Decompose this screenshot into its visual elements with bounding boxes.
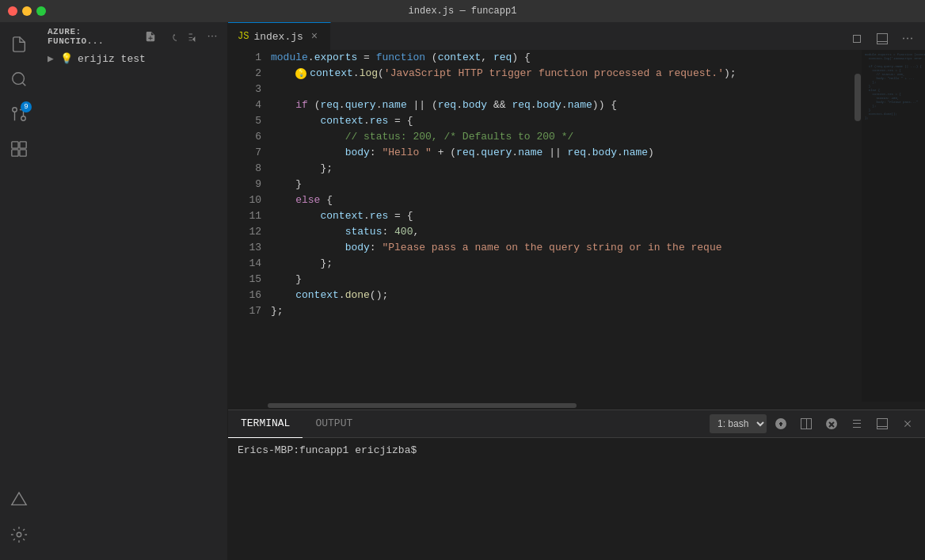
sidebar-actions (142, 28, 221, 45)
source-control-icon[interactable]: 9 (3, 98, 35, 130)
svg-point-2 (21, 116, 26, 121)
svg-point-0 (13, 73, 25, 85)
hint-icon: 💡 (295, 68, 306, 79)
line-numbers: 1 2 3 4 5 6 7 8 9 10 11 12 13 14 15 16 1 (228, 50, 268, 402)
tab-close-button[interactable]: × (308, 30, 321, 43)
code-line-3 (271, 82, 854, 97)
line-num-15: 15 (228, 272, 261, 288)
toggle-panel-terminal-button[interactable] (871, 413, 893, 435)
vertical-scrollbar[interactable] (854, 50, 862, 402)
code-line-7: body: "Hello " + (req.query.name || req.… (271, 145, 854, 161)
line-num-17: 17 (228, 303, 261, 319)
new-file-button[interactable] (142, 28, 159, 45)
collapse-button[interactable] (183, 28, 200, 45)
files-icon[interactable] (3, 29, 35, 60)
code-line-1: module.exports = function (context, req)… (271, 50, 854, 66)
code-line-8: }; (271, 161, 854, 177)
close-button[interactable] (8, 6, 17, 16)
code-line-16: context.done(); (271, 288, 854, 303)
line-num-3: 3 (228, 82, 261, 97)
terminal-section: TERMINAL OUTPUT 1: bash (228, 410, 925, 560)
terminal-tab-output[interactable]: OUTPUT (303, 410, 365, 438)
line-num-5: 5 (228, 113, 261, 129)
js-file-icon: JS (238, 31, 249, 42)
more-tab-actions-button[interactable] (896, 28, 919, 50)
tree-label: erijiz test (78, 53, 146, 65)
split-terminal-button[interactable] (795, 413, 817, 435)
source-control-badge: 9 (21, 101, 32, 112)
scrollbar-thumb[interactable] (855, 74, 861, 121)
shell-selector[interactable]: 1: bash (710, 414, 767, 433)
svg-marker-9 (12, 493, 26, 505)
code-line-5: context.res = { (271, 113, 854, 129)
svg-point-10 (17, 532, 21, 537)
window-title: index.js — funcapp1 (409, 6, 517, 17)
line-num-10: 10 (228, 192, 261, 208)
code-line-2: 💡context.log('JavaScript HTTP trigger fu… (271, 66, 854, 82)
tree-item-erijiz[interactable]: ▶ 💡 erijiz test (38, 50, 227, 67)
maximize-button[interactable] (36, 6, 46, 16)
line-num-2: 2 (228, 66, 261, 82)
code-line-15: } (271, 272, 854, 288)
terminal-tab-actions: 1: bash (703, 413, 925, 435)
horizontal-scrollbar[interactable] (228, 402, 925, 410)
svg-rect-7 (12, 150, 18, 156)
toggle-panel-button[interactable] (871, 28, 893, 50)
code-content[interactable]: module.exports = function (context, req)… (268, 50, 854, 402)
search-icon[interactable] (3, 63, 35, 95)
line-num-8: 8 (228, 161, 261, 177)
kill-terminal-button[interactable] (820, 413, 843, 435)
new-terminal-button[interactable] (770, 413, 792, 435)
more-actions-button[interactable] (204, 28, 221, 45)
code-line-6: // status: 200, /* Defaults to 200 */ (271, 129, 854, 145)
azure-icon[interactable] (3, 484, 35, 516)
window-controls (8, 6, 46, 16)
code-line-13: body: "Please pass a name on the query s… (271, 240, 854, 256)
code-line-14: }; (271, 256, 854, 272)
terminal-prompt: Erics-MBP:funcapp1 ericjizba$ (238, 444, 915, 456)
code-line-17: }; (271, 303, 854, 319)
line-num-4: 4 (228, 97, 261, 113)
refresh-button[interactable] (162, 28, 180, 45)
code-line-12: status: 400, (271, 224, 854, 240)
line-num-16: 16 (228, 288, 261, 303)
line-num-9: 9 (228, 177, 261, 192)
code-line-10: else { (271, 192, 854, 208)
terminal-tab-terminal[interactable]: TERMINAL (228, 410, 303, 438)
maximize-panel-button[interactable] (846, 413, 868, 435)
svg-rect-8 (20, 150, 26, 156)
line-num-6: 6 (228, 129, 261, 145)
tab-label: index.js (253, 31, 303, 43)
line-num-1: 1 (228, 50, 261, 66)
code-line-11: context.res = { (271, 208, 854, 224)
minimize-button[interactable] (22, 6, 32, 16)
split-editor-button[interactable] (846, 28, 868, 50)
terminal-prompt-text: Erics-MBP:funcapp1 ericjizba$ (238, 444, 417, 456)
svg-rect-6 (20, 142, 26, 148)
tab-bar-actions (839, 28, 925, 50)
tab-index-js[interactable]: JS index.js × (228, 22, 331, 50)
settings-icon[interactable] (3, 519, 35, 550)
sidebar: AZURE: FUNCTIO... (38, 22, 228, 560)
svg-line-1 (22, 82, 25, 86)
extensions-icon[interactable] (3, 133, 35, 165)
terminal-body[interactable]: Erics-MBP:funcapp1 ericjizba$ (228, 438, 925, 560)
close-panel-button[interactable] (896, 413, 919, 435)
titlebar: index.js — funcapp1 (0, 0, 925, 22)
line-num-14: 14 (228, 256, 261, 272)
tree-arrow-icon: ▶ (44, 52, 57, 65)
tab-bar: JS index.js × (228, 22, 925, 50)
key-icon: 💡 (60, 52, 73, 65)
svg-rect-5 (12, 142, 18, 148)
editor-area: JS index.js × (228, 22, 925, 560)
minimap[interactable]: module.exports = function (context, req)… (862, 50, 925, 402)
line-num-11: 11 (228, 208, 261, 224)
code-line-4: if (req.query.name || (req.body && req.b… (271, 97, 854, 113)
line-num-13: 13 (228, 240, 261, 256)
svg-point-3 (13, 108, 17, 112)
line-num-7: 7 (228, 145, 261, 161)
sidebar-header: AZURE: FUNCTIO... (38, 22, 227, 50)
code-editor[interactable]: 1 2 3 4 5 6 7 8 9 10 11 12 13 14 15 16 1 (228, 50, 925, 402)
activity-bar: 9 (0, 22, 38, 560)
sidebar-title: AZURE: FUNCTIO... (48, 27, 142, 46)
